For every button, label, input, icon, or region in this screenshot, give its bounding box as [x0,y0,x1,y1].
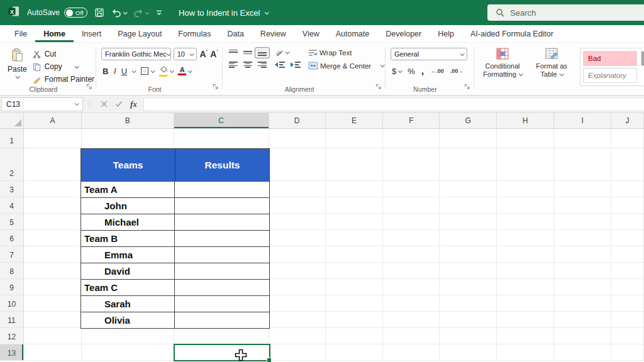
table-header-results[interactable]: Results [175,149,269,181]
cell-D11[interactable] [269,312,326,328]
cell-H10[interactable] [497,295,554,312]
cell-E9[interactable] [326,279,384,295]
font-size-combo[interactable]: 10 [174,48,197,60]
tab-formulas[interactable]: Formulas [170,25,219,42]
cell-F6[interactable] [383,230,440,246]
table-cell-result[interactable] [175,231,269,246]
cell-D9[interactable] [269,279,326,295]
row-header-1[interactable]: 1 [0,129,24,148]
row-header-10[interactable]: 10 [0,295,24,312]
cell-A12[interactable] [24,328,82,344]
cell-E5[interactable] [326,214,384,230]
formula-input[interactable] [143,97,644,111]
cell-J3[interactable] [611,181,644,197]
undo-button[interactable] [111,8,126,18]
table-cell-result[interactable] [175,280,269,295]
cell-F2[interactable] [383,148,440,181]
borders-button[interactable] [140,67,154,75]
cell-G13[interactable] [440,344,497,361]
increase-decimal-button[interactable]: ←.00 [430,68,444,74]
column-header-C[interactable]: C [174,113,269,128]
cell-I6[interactable] [554,230,611,246]
cell-F3[interactable] [383,181,440,197]
paste-dropdown-icon[interactable] [16,74,20,79]
font-dialog-launcher[interactable] [213,81,219,92]
alignment-dialog-launcher[interactable] [375,81,382,92]
cell-J5[interactable] [611,214,644,230]
column-header-B[interactable]: B [82,113,174,128]
cell-H5[interactable] [497,214,554,230]
cell-G6[interactable] [440,230,497,246]
column-header-D[interactable]: D [269,113,326,128]
cell-F11[interactable] [383,312,440,328]
tab-home[interactable]: Home [35,25,74,42]
cell-J9[interactable] [611,279,644,295]
cell-E2[interactable] [326,148,384,181]
table-cell-result[interactable] [175,214,269,230]
cell-H2[interactable] [497,148,554,181]
cell-I9[interactable] [554,279,611,295]
tab-view[interactable]: View [294,25,328,42]
cell-J1[interactable] [611,129,644,148]
borders-dropdown-icon[interactable] [151,69,155,73]
cell-style-bad[interactable]: Bad [583,51,637,66]
cell-G8[interactable] [440,263,497,279]
top-align-button[interactable] [229,50,238,56]
format-as-table-button[interactable]: Format as Table [531,48,572,79]
row-header-7[interactable]: 7 [0,246,24,263]
name-box[interactable]: C13 [1,97,83,111]
cell-A11[interactable] [24,312,82,328]
cell-D3[interactable] [269,181,326,197]
cell-G1[interactable] [440,129,497,148]
cell-J8[interactable] [611,263,644,279]
name-box-dropdown-icon[interactable] [75,101,79,106]
cell-E3[interactable] [326,181,384,197]
row-header-12[interactable]: 12 [0,328,24,344]
underline-button[interactable]: U [121,67,127,76]
cell-H9[interactable] [497,279,554,295]
row-header-11[interactable]: 11 [0,312,24,328]
cell-A10[interactable] [24,295,82,312]
format-painter-button[interactable]: Format Painter [33,75,94,84]
cell-G7[interactable] [440,246,497,263]
cell-A9[interactable] [24,279,82,295]
cell-J2[interactable] [611,148,644,181]
row-header-4[interactable]: 4 [0,197,24,214]
cell-D10[interactable] [269,295,326,312]
number-format-combo[interactable]: General [391,48,467,60]
cell-H1[interactable] [497,129,554,148]
tab-insert[interactable]: Insert [74,25,109,42]
cell-D4[interactable] [269,197,326,214]
tab-help[interactable]: Help [430,25,462,42]
cell-E8[interactable] [326,263,384,279]
column-header-G[interactable]: G [440,113,497,128]
cell-D1[interactable] [269,129,326,148]
percent-style-button[interactable]: % [408,67,415,76]
cell-H6[interactable] [497,230,554,246]
font-name-combo[interactable]: Franklin Gothic Mec [101,48,171,60]
cell-I7[interactable] [554,246,611,263]
cell-I8[interactable] [554,263,611,279]
table-cell-david[interactable]: David [81,263,175,279]
cell-F7[interactable] [383,246,440,263]
cell-A3[interactable] [24,181,82,197]
bottom-align-button-selected[interactable] [255,47,270,58]
center-button[interactable] [243,62,252,68]
clipboard-dialog-launcher[interactable] [86,81,92,92]
cell-I5[interactable] [554,214,611,230]
cell-D8[interactable] [269,263,326,279]
cell-H7[interactable] [497,246,554,263]
cell-style-check-cell[interactable]: Check Cell [641,51,644,66]
cell-I10[interactable] [554,295,611,312]
search-input[interactable]: Search [487,4,644,21]
cell-A5[interactable] [24,214,82,230]
fill-color-dropdown-icon[interactable] [170,69,174,73]
autosave-control[interactable]: AutoSave Off [27,8,87,18]
font-color-button[interactable]: A [178,67,191,75]
cell-G4[interactable] [440,197,497,214]
cell-I2[interactable] [554,148,611,181]
cell-I3[interactable] [554,181,611,197]
tab-page-layout[interactable]: Page Layout [109,25,170,42]
cell-D2[interactable] [269,148,326,181]
underline-dropdown-icon[interactable] [132,69,136,73]
